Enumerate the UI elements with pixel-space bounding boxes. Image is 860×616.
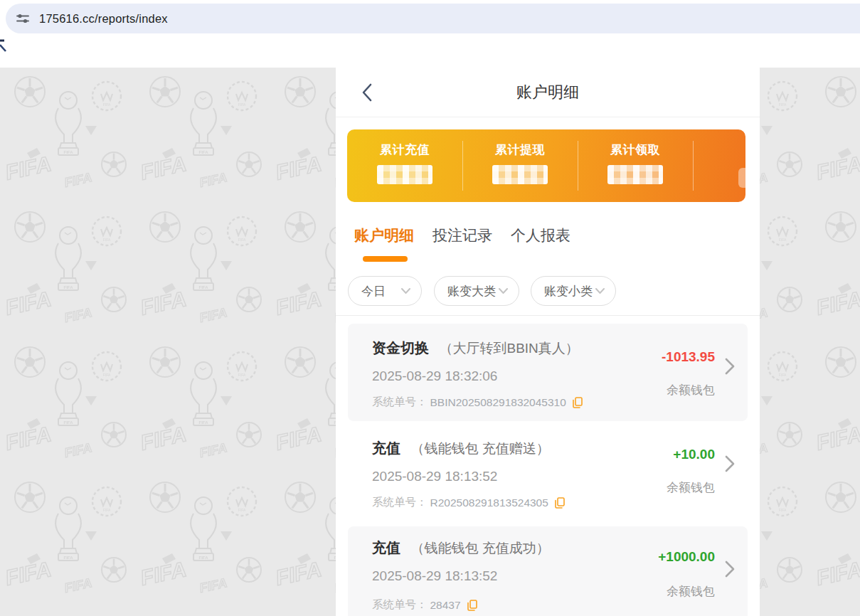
tx-order-label: 系统单号： <box>372 495 428 510</box>
filter-date-range[interactable]: 今日 <box>348 276 422 306</box>
redacted-value <box>607 165 663 184</box>
tx-title: 充值 （钱能钱包 充值成功） <box>372 538 550 558</box>
copy-icon[interactable] <box>467 600 477 611</box>
tx-detail: （大厅转到BBIN真人） <box>439 341 578 356</box>
summary-label: 累计充值 <box>347 142 462 158</box>
tx-wallet: 余额钱包 <box>667 479 715 496</box>
dropdown-label: 账变小类 <box>544 283 593 299</box>
transaction-row[interactable]: 资金切换 （大厅转到BBIN真人） 2025-08-29 18:32:06 系统… <box>348 324 748 421</box>
tx-order-no: 28437 <box>430 599 461 612</box>
tx-type: 资金切换 <box>372 340 429 356</box>
dropdown-label: 账变大类 <box>447 283 496 299</box>
summary-item-withdraw: 累计提现 <box>462 129 578 202</box>
tx-type: 充值 <box>372 540 400 556</box>
summary-item-deposit: 累计充值 <box>347 129 462 202</box>
tx-order-no: BBIN202508291832045310 <box>430 396 566 409</box>
summary-item-claim: 累计领取 <box>578 129 693 202</box>
copy-icon[interactable] <box>555 497 565 509</box>
tx-detail: （钱能钱包 充值成功） <box>410 541 549 556</box>
chevron-right-icon[interactable] <box>725 455 735 472</box>
page: 175616.cc/reports/index <box>0 0 860 616</box>
tab-account-detail[interactable]: 账户明细 <box>354 225 414 245</box>
summary-overflow-sliver <box>738 168 745 188</box>
redacted-value <box>377 165 432 184</box>
tx-order-no: R202508291813524305 <box>430 496 548 509</box>
summary-label: 累计提现 <box>462 142 578 158</box>
tx-order: 系统单号： 28437 <box>372 598 477 612</box>
filter-category-major[interactable]: 账变大类 <box>434 276 519 306</box>
chevron-right-icon[interactable] <box>725 358 735 375</box>
tab-personal-report[interactable]: 个人报表 <box>511 225 570 245</box>
tx-order-label: 系统单号： <box>372 598 428 612</box>
tx-detail: （钱能钱包 充值赠送） <box>410 441 549 456</box>
browser-bar: 175616.cc/reports/index <box>0 0 860 37</box>
url-text: 175616.cc/reports/index <box>39 12 168 26</box>
filters: 今日 账变大类 账变小类 <box>336 276 760 316</box>
tx-title: 充值 （钱能钱包 充值赠送） <box>372 439 550 458</box>
tx-wallet: 余额钱包 <box>667 583 715 600</box>
tx-amount: +10.00 <box>673 447 715 462</box>
tx-amount: -1013.95 <box>662 349 715 365</box>
edge-fragment <box>0 39 10 55</box>
summary-divider <box>693 141 694 191</box>
tab-bet-records[interactable]: 投注记录 <box>432 225 492 245</box>
account-panel: 账户明细 累计充值 累计提现 累计领取 账户明细 投注记录 <box>336 68 760 616</box>
site-settings-icon <box>16 11 30 26</box>
transaction-row[interactable]: 充值 （钱能钱包 充值赠送） 2025-08-29 18:13:52 系统单号：… <box>348 421 748 526</box>
tx-order: 系统单号： BBIN202508291832045310 <box>372 395 583 410</box>
tx-title: 资金切换 （大厅转到BBIN真人） <box>372 339 579 358</box>
summary-label: 累计领取 <box>578 142 693 158</box>
tabs: 账户明细 投注记录 个人报表 <box>354 225 570 245</box>
dropdown-label: 今日 <box>361 283 386 299</box>
tx-datetime: 2025-08-29 18:13:52 <box>372 469 497 484</box>
chevron-right-icon[interactable] <box>725 561 735 578</box>
tx-amount: +1000.00 <box>658 549 715 565</box>
tx-order: 系统单号： R202508291813524305 <box>372 495 565 510</box>
filter-category-minor[interactable]: 账变小类 <box>531 276 616 306</box>
tx-order-label: 系统单号： <box>372 395 428 410</box>
page-title: 账户明细 <box>336 82 760 103</box>
redacted-value <box>492 165 548 184</box>
section-divider <box>336 315 760 316</box>
chevron-down-icon <box>499 288 508 294</box>
copy-icon[interactable] <box>573 397 583 408</box>
chevron-down-icon <box>595 288 605 294</box>
summary-card: 累计充值 累计提现 累计领取 <box>347 129 745 202</box>
panel-header: 账户明细 <box>336 68 760 117</box>
tx-wallet: 余额钱包 <box>667 382 715 398</box>
tx-datetime: 2025-08-29 18:13:52 <box>372 568 497 584</box>
tx-type: 充值 <box>372 440 400 456</box>
address-bar[interactable]: 175616.cc/reports/index <box>6 4 860 33</box>
tx-datetime: 2025-08-29 18:32:06 <box>372 368 497 384</box>
transaction-row[interactable]: 充值 （钱能钱包 充值成功） 2025-08-29 18:13:52 系统单号：… <box>348 526 748 616</box>
active-tab-underline <box>363 256 408 262</box>
chevron-down-icon <box>401 288 410 294</box>
